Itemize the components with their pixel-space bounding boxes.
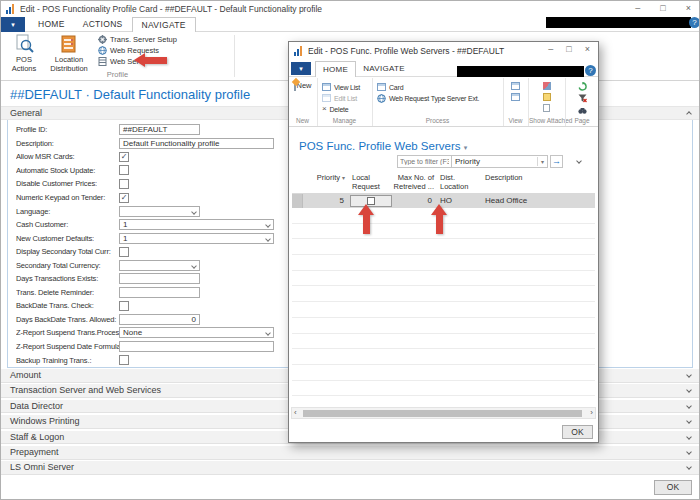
field-input[interactable]: 0 [119, 314, 200, 325]
column-header-description[interactable]: Description [485, 174, 545, 183]
tab-actions[interactable]: ACTIONS [74, 17, 132, 32]
view-list-button[interactable]: View List [322, 82, 371, 92]
dialog-ok-button[interactable]: OK [562, 425, 593, 439]
refresh-icon[interactable] [578, 82, 587, 91]
find-icon[interactable] [578, 106, 587, 115]
list-page-title[interactable]: POS Func. Profile Web Servers ▾ [299, 140, 467, 152]
tab-home[interactable]: HOME [315, 61, 356, 77]
field-input[interactable] [119, 341, 274, 352]
ribbon-group-label: Profile [1, 70, 234, 79]
apply-filter-button[interactable]: → [550, 155, 563, 168]
close-icon[interactable]: × [686, 1, 691, 15]
chevron-down-icon [686, 403, 692, 409]
attached-documents-icon[interactable] [543, 104, 550, 112]
pos-actions-icon [14, 34, 34, 54]
trans-server-setup-label: Trans. Server Setup [110, 35, 177, 44]
field-label: Trans. Delete Reminder: [16, 288, 119, 297]
dialog-titlebar: Edit - POS Func. Profile Web Servers - #… [289, 42, 598, 60]
app-menu-button[interactable]: ▾ [1, 17, 25, 32]
fasttab-label: Data Director [10, 401, 63, 411]
collapse-filter-pane-icon[interactable] [576, 158, 582, 164]
web-request-type-server-ext-button[interactable]: Web Request Type Server Ext. [377, 93, 502, 103]
ribbon-group-show-attached: Show Attached [528, 78, 564, 126]
chevron-down-icon: ▾ [464, 144, 468, 151]
field-checkbox[interactable]: ✓ [119, 152, 129, 162]
ribbon-separator [234, 35, 235, 77]
field-checkbox[interactable] [119, 301, 129, 311]
notes-icon[interactable] [543, 93, 551, 101]
main-ok-button[interactable]: OK [654, 480, 692, 495]
field-select[interactable]: None [119, 327, 274, 338]
field-input[interactable]: Default Functionality profile [119, 138, 274, 149]
field-input[interactable] [119, 287, 200, 298]
minimize-icon[interactable]: – [548, 44, 553, 54]
field-checkbox[interactable] [119, 179, 129, 189]
field-label: Numeric Keypad on Tender: [16, 193, 119, 202]
show-as-chart-icon[interactable] [511, 93, 520, 101]
field-label: Days Transactions Exists: [16, 274, 119, 283]
chevron-up-icon [686, 111, 692, 117]
field-checkbox[interactable]: ✓ [119, 193, 129, 203]
scrollbar-thumb[interactable] [303, 410, 582, 417]
show-as-list-icon[interactable] [511, 82, 520, 90]
redacted-area [457, 66, 584, 77]
filter-input[interactable] [397, 155, 452, 168]
arrow-shaft [363, 215, 370, 234]
field-input[interactable] [119, 273, 200, 284]
column-header-max-no-retreived[interactable]: Max No. of Retreived ... [388, 174, 434, 191]
field-label: Automatic Stock Update: [16, 166, 119, 175]
tab-navigate[interactable]: NAVIGATE [132, 17, 196, 32]
fasttab-label: Transaction Server and Web Services [10, 385, 161, 395]
scroll-right-icon[interactable]: › [590, 408, 593, 418]
filter-field-select[interactable]: Priority ▾ [452, 155, 548, 168]
edit-list-button[interactable]: Edit List [322, 93, 371, 103]
maximize-icon[interactable]: □ [660, 1, 665, 15]
tab-navigate[interactable]: NAVIGATE [356, 61, 412, 77]
scroll-left-icon[interactable]: ‹ [294, 408, 297, 418]
new-button[interactable]: New [293, 81, 313, 90]
column-header-priority[interactable]: Priority [306, 174, 340, 183]
delete-button[interactable]: × Delete [322, 104, 371, 114]
field-select[interactable]: 1 [119, 233, 274, 244]
horizontal-scrollbar[interactable]: ‹ › [291, 407, 596, 419]
column-header-dist-location[interactable]: Dist. Location [440, 174, 470, 191]
field-select[interactable]: 1 [119, 219, 274, 230]
field-label: Z-Report Suspend Date Formula: [16, 342, 119, 351]
field-input[interactable]: ##DEFAULT [119, 124, 200, 135]
trans-server-setup-button[interactable]: Trans. Server Setup [98, 34, 177, 44]
fasttab-ls-omni-server[interactable]: LS Omni Server [1, 461, 699, 475]
clear-filter-icon[interactable] [578, 94, 587, 103]
help-icon[interactable]: ? [689, 17, 700, 28]
field-label: BackDate Trans. Check: [16, 301, 119, 310]
field-label: Disable Customer Prices: [16, 179, 119, 188]
app-menu-button[interactable]: ▾ [291, 62, 311, 75]
location-distribution-button[interactable]: Location Distribution [44, 34, 94, 73]
pos-actions-button[interactable]: POS Actions [6, 34, 42, 73]
field-checkbox[interactable] [119, 165, 129, 175]
field-checkbox[interactable] [119, 355, 129, 365]
chevron-down-icon [265, 222, 271, 228]
list-page-title-text: POS Func. Profile Web Servers [299, 140, 460, 152]
edit-list-icon [322, 94, 331, 102]
field-select[interactable] [119, 206, 200, 217]
maximize-icon[interactable]: □ [566, 44, 571, 54]
delete-x-icon: × [322, 105, 326, 113]
fasttab-label: Prepayment [10, 447, 59, 457]
redacted-area [546, 17, 691, 28]
chevron-down-icon [265, 236, 271, 242]
minimize-icon[interactable]: – [635, 1, 640, 15]
help-icon[interactable]: ? [585, 65, 596, 76]
card-button[interactable]: Card [377, 82, 502, 92]
fasttab-label: Amount [10, 370, 41, 380]
field-select[interactable] [119, 260, 200, 271]
fasttab-prepayment[interactable]: Prepayment [1, 446, 699, 460]
column-header-local-request[interactable]: Local Request [352, 174, 388, 191]
ribbon-group-new: New New [289, 78, 316, 126]
chevron-down-icon [686, 418, 692, 424]
field-checkbox[interactable] [119, 247, 129, 257]
field-value: None [123, 328, 142, 337]
tab-home[interactable]: HOME [29, 17, 74, 32]
row-selection-gutter [292, 194, 303, 208]
links-icon[interactable] [543, 82, 551, 90]
close-icon[interactable]: × [585, 44, 590, 54]
